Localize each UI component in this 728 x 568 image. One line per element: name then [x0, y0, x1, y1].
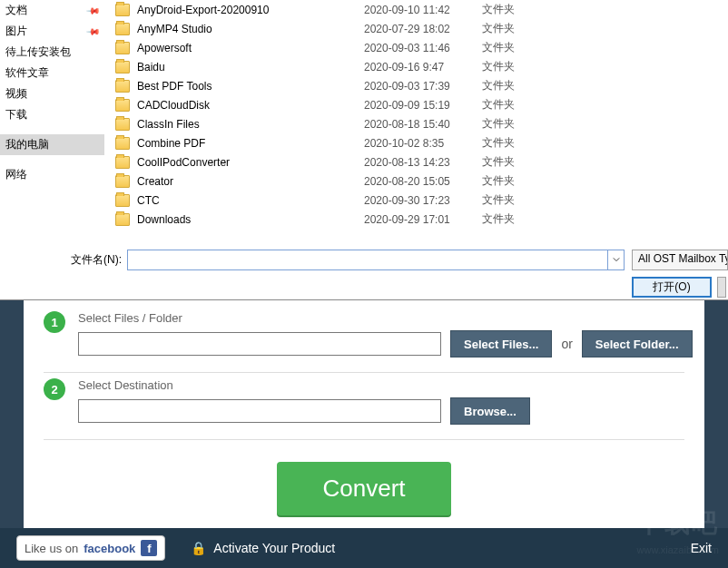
folder-icon [115, 156, 130, 169]
sidebar-item-label: 我的电脑 [5, 137, 49, 152]
browse-button[interactable]: Browse... [450, 397, 530, 425]
destination-path-input[interactable] [78, 399, 441, 423]
file-row[interactable]: Downloads2020-09-29 17:01文件夹 [104, 210, 728, 229]
like-us-text: Like us on [25, 542, 78, 555]
folder-icon [115, 194, 130, 207]
file-type: 文件夹 [482, 192, 555, 208]
file-name: Creator [137, 175, 364, 188]
sidebar-item[interactable]: 下载 [0, 104, 104, 125]
file-row[interactable]: Baidu2020-09-16 9:47文件夹 [104, 57, 728, 76]
file-date: 2020-10-02 8:35 [364, 137, 482, 150]
sidebar-item[interactable]: 网络 [0, 164, 104, 185]
file-date: 2020-09-29 17:01 [364, 213, 482, 226]
file-row[interactable]: Apowersoft2020-09-03 11:46文件夹 [104, 38, 728, 57]
step-1-label: Select Files / Folder [78, 311, 693, 325]
sidebar-item[interactable]: 软件文章 [0, 63, 104, 83]
sidebar-item[interactable]: 待上传安装包 [0, 42, 104, 63]
exit-button[interactable]: Exit [691, 541, 712, 555]
file-date: 2020-09-03 11:46 [364, 42, 482, 54]
file-date: 2020-08-13 14:23 [364, 156, 482, 169]
folder-icon [115, 118, 130, 131]
folder-icon [115, 213, 130, 226]
sidebar-item-label: 待上传安装包 [5, 44, 71, 60]
file-name: AnyDroid-Export-20200910 [137, 4, 364, 16]
file-row[interactable]: Combine PDF2020-10-02 8:35文件夹 [104, 133, 728, 152]
facebook-word: facebook [84, 542, 135, 555]
file-date: 2020-08-18 15:40 [364, 118, 482, 131]
quick-access-sidebar: 文档📌图片📌待上传安装包软件文章视频下载我的电脑网络 [0, 0, 104, 234]
cancel-button-partial[interactable] [717, 277, 726, 298]
file-name: CTC [137, 194, 364, 207]
sidebar-item-label: 网络 [5, 167, 27, 182]
file-type: 文件夹 [482, 173, 555, 189]
main-panel: 1 Select Files / Folder Select Files... … [24, 300, 704, 539]
file-date: 2020-08-20 15:05 [364, 175, 482, 188]
file-type: 文件夹 [482, 59, 555, 74]
select-folder-button[interactable]: Select Folder... [582, 330, 693, 357]
file-type: 文件夹 [482, 2, 555, 17]
sidebar-item[interactable]: 图片📌 [0, 21, 104, 42]
file-date: 2020-09-03 17:39 [364, 80, 482, 93]
convert-button[interactable]: Convert [277, 462, 450, 515]
file-type: 文件夹 [482, 154, 555, 170]
file-name: CoolIPodConverter [137, 156, 364, 169]
sidebar-item[interactable]: 视频 [0, 83, 104, 104]
select-files-button[interactable]: Select Files... [450, 330, 552, 357]
lock-icon: 🔒 [191, 541, 206, 555]
sidebar-item-label: 视频 [5, 86, 27, 102]
file-name: Downloads [137, 213, 364, 226]
pin-icon: 📌 [86, 24, 101, 38]
file-name: Best PDF Tools [137, 80, 364, 93]
activate-link[interactable]: 🔒 Activate Your Product [191, 541, 335, 555]
folder-icon [115, 61, 130, 73]
folder-icon [115, 23, 130, 35]
file-name: ClassIn Files [137, 118, 364, 131]
facebook-like-button[interactable]: Like us on facebook f [16, 535, 165, 561]
file-type: 文件夹 [482, 78, 555, 93]
file-row[interactable]: Creator2020-08-20 15:05文件夹 [104, 171, 728, 191]
folder-icon [115, 42, 130, 54]
file-date: 2020-09-16 9:47 [364, 61, 482, 73]
sidebar-item-label: 软件文章 [5, 65, 49, 81]
file-type: 文件夹 [482, 21, 555, 36]
file-date: 2020-09-30 17:23 [364, 194, 482, 207]
filename-label: 文件名(N): [0, 252, 127, 268]
file-name: Baidu [137, 61, 364, 73]
pin-icon: 📌 [86, 3, 101, 17]
file-type: 文件夹 [482, 116, 555, 132]
file-name: AnyMP4 Studio [137, 23, 364, 35]
sidebar-item-label: 下载 [5, 107, 27, 122]
open-button[interactable]: 打开(O) [632, 277, 712, 298]
file-type: 文件夹 [482, 211, 555, 227]
file-row[interactable]: CADCloudDisk2020-09-09 15:19文件夹 [104, 95, 728, 114]
folder-icon [115, 137, 130, 150]
file-type: 文件夹 [482, 135, 555, 151]
step-2-label: Select Destination [78, 378, 684, 392]
sidebar-item[interactable]: 我的电脑 [0, 134, 104, 155]
file-row[interactable]: ClassIn Files2020-08-18 15:40文件夹 [104, 114, 728, 133]
step-2-row: 2 Select Destination Browse... [44, 378, 684, 425]
converter-app: 1 Select Files / Folder Select Files... … [0, 299, 728, 568]
sidebar-item[interactable]: 文档📌 [0, 0, 104, 21]
file-list[interactable]: AnyDroid-Export-202009102020-09-10 11:42… [104, 0, 728, 234]
filename-input[interactable] [127, 250, 608, 270]
step-1-row: 1 Select Files / Folder Select Files... … [44, 311, 684, 357]
dialog-button-bar: 打开(O) [0, 274, 728, 299]
sidebar-item-label: 文档 [5, 3, 27, 18]
file-open-dialog: 文档📌图片📌待上传安装包软件文章视频下载我的电脑网络 AnyDroid-Expo… [0, 0, 728, 299]
file-name: Combine PDF [137, 137, 364, 150]
filename-dropdown-button[interactable] [608, 250, 625, 270]
file-row[interactable]: CTC2020-09-30 17:23文件夹 [104, 191, 728, 210]
file-name: Apowersoft [137, 42, 364, 54]
step-1-badge: 1 [44, 311, 65, 333]
file-row[interactable]: AnyMP4 Studio2020-07-29 18:02文件夹 [104, 19, 728, 38]
activate-text: Activate Your Product [213, 541, 335, 555]
source-path-input[interactable] [78, 332, 441, 356]
footer-bar: Like us on facebook f 🔒 Activate Your Pr… [0, 528, 728, 568]
file-type-filter[interactable]: All OST Mailbox Ty [632, 250, 728, 270]
filename-bar: 文件名(N): All OST Mailbox Ty [0, 245, 728, 270]
file-row[interactable]: Best PDF Tools2020-09-03 17:39文件夹 [104, 76, 728, 95]
file-row[interactable]: AnyDroid-Export-202009102020-09-10 11:42… [104, 0, 728, 19]
file-row[interactable]: CoolIPodConverter2020-08-13 14:23文件夹 [104, 152, 728, 171]
divider [44, 439, 684, 440]
